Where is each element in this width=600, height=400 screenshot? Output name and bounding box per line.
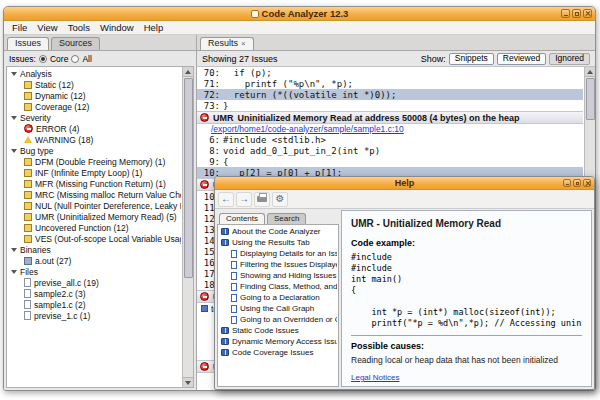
window-controls <box>561 9 592 18</box>
tree-item-previse-all[interactable]: previse_all.c (19) <box>8 277 181 288</box>
tree-item-umr[interactable]: UMR (Uninitialized Memory Read) (5) <box>8 211 181 222</box>
tree-item-dfm[interactable]: DFM (Double Freeing Memory) (1) <box>8 156 181 167</box>
menu-file[interactable]: File <box>7 23 32 33</box>
tree-item-binaries[interactable]: Binaries <box>8 244 181 255</box>
tree-item-previse-1[interactable]: previse_1.c (1) <box>8 310 181 321</box>
tree-item-analysis[interactable]: Analysis <box>8 68 181 79</box>
scroll-up-icon[interactable] <box>183 67 194 77</box>
page-icon <box>231 283 237 291</box>
legal-notices-link[interactable]: Legal Notices <box>351 373 582 382</box>
tree-item-sample1[interactable]: sample1.c (2) <box>8 299 181 310</box>
tree-item-files[interactable]: Files <box>8 266 181 277</box>
help-topic[interactable]: Using the Call Graph <box>219 303 337 314</box>
page-setup-icon[interactable]: ⚙ <box>272 192 288 207</box>
menu-help[interactable]: Help <box>139 23 169 33</box>
tree-item-severity[interactable]: Severity <box>8 112 181 123</box>
help-topic[interactable]: Using the Results Tab <box>219 237 337 248</box>
code-line: 73:} <box>197 100 583 111</box>
tree-item-inf[interactable]: INF (Infinite Empty Loop) (1) <box>8 167 181 178</box>
menu-tools[interactable]: Tools <box>63 23 95 33</box>
help-topic-heading: UMR - Unitialized Memory Read <box>351 218 582 229</box>
minimize-icon[interactable] <box>561 9 570 18</box>
snippets-toggle-button[interactable]: Snippets <box>449 53 494 65</box>
tab-close-icon[interactable]: × <box>241 40 246 48</box>
tree-item-sample2[interactable]: sample2.c (3) <box>8 288 181 299</box>
bug-icon <box>24 213 32 221</box>
window-title: Code Analyzer 12.3 <box>262 9 349 19</box>
scrollbar-thumb[interactable] <box>184 78 193 278</box>
tab-search[interactable]: Search <box>267 213 306 224</box>
scroll-down-icon[interactable] <box>183 377 194 387</box>
desktop: Code Analyzer 12.3 File View Tools Windo… <box>0 0 600 400</box>
possible-causes-label: Possible causes: <box>351 341 582 351</box>
tree-item-static[interactable]: Static (12) <box>8 79 181 90</box>
radio-all[interactable] <box>71 55 79 63</box>
reviewed-toggle-button[interactable]: Reviewed <box>497 53 546 65</box>
close-icon[interactable] <box>583 179 591 187</box>
expander-icon[interactable] <box>11 149 17 153</box>
maximize-icon[interactable] <box>573 179 581 187</box>
expander-icon[interactable] <box>11 270 17 274</box>
tree-item-mfr[interactable]: MFR (Missing Function Return) (1) <box>8 178 181 189</box>
error-icon <box>200 113 209 122</box>
help-toolbar: ← → ⚙ <box>215 190 594 209</box>
titlebar[interactable]: Code Analyzer 12.3 <box>4 7 595 21</box>
scrollbar-thumb[interactable] <box>586 78 595 120</box>
menu-window[interactable]: Window <box>95 23 139 33</box>
minimize-icon[interactable] <box>563 179 571 187</box>
help-topic[interactable]: Dynamic Memory Access Issue <box>219 336 337 347</box>
help-topic[interactable]: About the Code Analyzer <box>219 226 337 237</box>
expander-icon[interactable] <box>11 116 17 120</box>
help-topic[interactable]: Code Coverage Issues <box>219 347 337 358</box>
tree-item-coverage[interactable]: Coverage (12) <box>8 101 181 112</box>
maximize-icon[interactable] <box>572 9 581 18</box>
book-icon <box>221 228 229 235</box>
help-topic[interactable]: Displaying Details for an Iss <box>219 248 337 259</box>
back-icon[interactable]: ← <box>218 192 234 207</box>
menu-view[interactable]: View <box>32 23 62 33</box>
tab-contents[interactable]: Contents <box>219 213 265 224</box>
bug-icon <box>24 202 32 210</box>
tab-issues[interactable]: Issues <box>7 37 49 50</box>
help-topic[interactable]: Finding Class, Method, and F <box>219 281 337 292</box>
book-icon <box>221 338 229 345</box>
tree-item-warning[interactable]: WARNING (18) <box>8 134 181 145</box>
help-titlebar[interactable]: Help <box>215 177 594 190</box>
help-topic[interactable]: Filtering the Issues Displayed <box>219 259 337 270</box>
tree-item-error[interactable]: ERROR (4) <box>8 123 181 134</box>
source-file-link[interactable]: /export/home1/code-analyzer/sample/sampl… <box>197 124 583 134</box>
tab-sources[interactable]: Sources <box>51 37 100 50</box>
radio-core[interactable] <box>39 55 47 63</box>
print-icon[interactable] <box>254 192 270 207</box>
category-icon <box>24 92 32 100</box>
help-topic[interactable]: Going to a Declaration <box>219 292 337 303</box>
binary-icon <box>24 257 32 265</box>
page-icon <box>231 294 237 302</box>
issue-header-umr-1[interactable]: UMR Uninitialized Memory Read at address… <box>197 111 583 124</box>
tree-item-dynamic[interactable]: Dynamic (12) <box>8 90 181 101</box>
tree-item-uncovered[interactable]: Uncovered Function (12) <box>8 222 181 233</box>
help-topic[interactable]: Going to an Overridden or O <box>219 314 337 325</box>
issues-tree-container: Analysis Static (12) Dynamic (12) Covera… <box>6 66 194 388</box>
tree-item-mrc[interactable]: MRC (Missing malloc Return Value Check) … <box>8 189 181 200</box>
tab-results[interactable]: Results × <box>200 37 254 50</box>
radio-all-label[interactable]: All <box>82 54 91 64</box>
help-topic[interactable]: Showing and Hiding Issues o <box>219 270 337 281</box>
radio-core-label[interactable]: Core <box>50 54 68 64</box>
bug-icon <box>24 235 32 243</box>
expander-icon[interactable] <box>11 72 17 76</box>
tree-item-ves[interactable]: VES (Out-of-scope Local Variable Usage) … <box>8 233 181 244</box>
help-topic[interactable]: Static Code Issues <box>219 325 337 336</box>
forward-icon[interactable]: → <box>236 192 252 207</box>
tree-item-aout[interactable]: a.out (27) <box>8 255 181 266</box>
book-icon <box>221 349 229 356</box>
bug-icon <box>24 191 32 199</box>
help-content-pane: UMR - Unitialized Memory Read Code examp… <box>341 210 592 387</box>
scroll-up-icon[interactable] <box>585 67 596 77</box>
close-icon[interactable] <box>583 9 592 18</box>
issues-tree-scrollbar[interactable] <box>182 67 193 387</box>
expander-icon[interactable] <box>11 248 17 252</box>
ignored-toggle-button[interactable]: Ignored <box>549 53 590 65</box>
tree-item-bug-type[interactable]: Bug type <box>8 145 181 156</box>
tree-item-nul[interactable]: NUL (Null Pointer Dereference, Leaky Poi… <box>8 200 181 211</box>
